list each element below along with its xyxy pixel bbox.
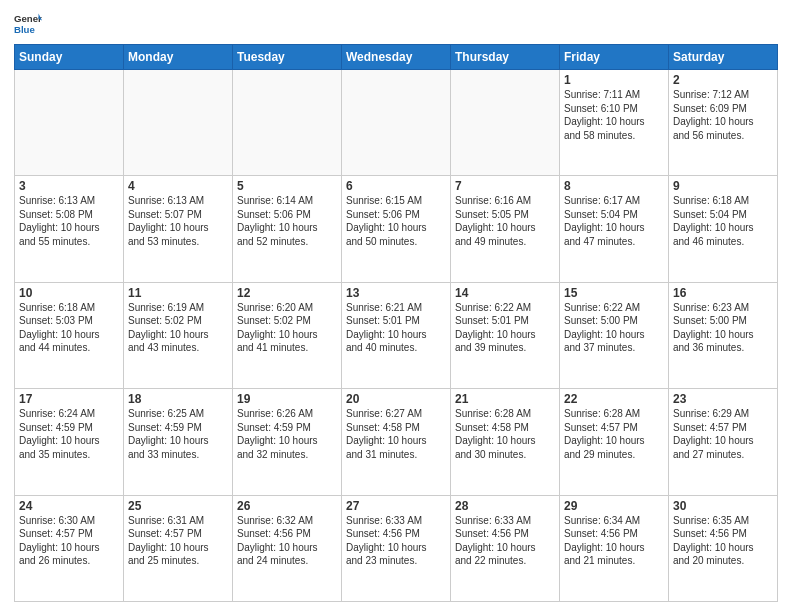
week-row-4: 17Sunrise: 6:24 AMSunset: 4:59 PMDayligh…: [15, 389, 778, 495]
day-number: 27: [346, 499, 446, 513]
day-info: Sunrise: 6:14 AMSunset: 5:06 PMDaylight:…: [237, 194, 337, 248]
day-info: Sunrise: 6:18 AMSunset: 5:03 PMDaylight:…: [19, 301, 119, 355]
day-number: 13: [346, 286, 446, 300]
day-info: Sunrise: 6:28 AMSunset: 4:58 PMDaylight:…: [455, 407, 555, 461]
calendar-cell: 20Sunrise: 6:27 AMSunset: 4:58 PMDayligh…: [342, 389, 451, 495]
calendar-cell: 3Sunrise: 6:13 AMSunset: 5:08 PMDaylight…: [15, 176, 124, 282]
day-number: 16: [673, 286, 773, 300]
day-number: 21: [455, 392, 555, 406]
day-number: 1: [564, 73, 664, 87]
day-number: 30: [673, 499, 773, 513]
logo-icon: General Blue: [14, 10, 42, 38]
day-number: 10: [19, 286, 119, 300]
calendar-cell: 15Sunrise: 6:22 AMSunset: 5:00 PMDayligh…: [560, 282, 669, 388]
calendar-cell: [15, 70, 124, 176]
calendar-cell: 16Sunrise: 6:23 AMSunset: 5:00 PMDayligh…: [669, 282, 778, 388]
day-info: Sunrise: 6:15 AMSunset: 5:06 PMDaylight:…: [346, 194, 446, 248]
day-info: Sunrise: 6:17 AMSunset: 5:04 PMDaylight:…: [564, 194, 664, 248]
calendar-cell: [233, 70, 342, 176]
calendar-table: SundayMondayTuesdayWednesdayThursdayFrid…: [14, 44, 778, 602]
calendar-cell: 11Sunrise: 6:19 AMSunset: 5:02 PMDayligh…: [124, 282, 233, 388]
day-number: 17: [19, 392, 119, 406]
day-number: 2: [673, 73, 773, 87]
day-number: 7: [455, 179, 555, 193]
day-number: 20: [346, 392, 446, 406]
calendar-cell: 25Sunrise: 6:31 AMSunset: 4:57 PMDayligh…: [124, 495, 233, 601]
week-row-5: 24Sunrise: 6:30 AMSunset: 4:57 PMDayligh…: [15, 495, 778, 601]
weekday-header-sunday: Sunday: [15, 45, 124, 70]
logo: General Blue: [14, 10, 42, 38]
calendar-cell: 7Sunrise: 6:16 AMSunset: 5:05 PMDaylight…: [451, 176, 560, 282]
weekday-header-wednesday: Wednesday: [342, 45, 451, 70]
day-info: Sunrise: 6:28 AMSunset: 4:57 PMDaylight:…: [564, 407, 664, 461]
calendar-cell: 9Sunrise: 6:18 AMSunset: 5:04 PMDaylight…: [669, 176, 778, 282]
day-info: Sunrise: 6:33 AMSunset: 4:56 PMDaylight:…: [455, 514, 555, 568]
weekday-header-saturday: Saturday: [669, 45, 778, 70]
day-info: Sunrise: 6:27 AMSunset: 4:58 PMDaylight:…: [346, 407, 446, 461]
day-number: 8: [564, 179, 664, 193]
calendar-cell: 17Sunrise: 6:24 AMSunset: 4:59 PMDayligh…: [15, 389, 124, 495]
day-info: Sunrise: 6:35 AMSunset: 4:56 PMDaylight:…: [673, 514, 773, 568]
calendar-cell: 30Sunrise: 6:35 AMSunset: 4:56 PMDayligh…: [669, 495, 778, 601]
svg-text:Blue: Blue: [14, 24, 35, 35]
calendar-cell: 24Sunrise: 6:30 AMSunset: 4:57 PMDayligh…: [15, 495, 124, 601]
day-info: Sunrise: 6:13 AMSunset: 5:07 PMDaylight:…: [128, 194, 228, 248]
day-info: Sunrise: 6:22 AMSunset: 5:00 PMDaylight:…: [564, 301, 664, 355]
calendar-cell: 22Sunrise: 6:28 AMSunset: 4:57 PMDayligh…: [560, 389, 669, 495]
day-number: 24: [19, 499, 119, 513]
week-row-1: 1Sunrise: 7:11 AMSunset: 6:10 PMDaylight…: [15, 70, 778, 176]
header: General Blue: [14, 10, 778, 38]
calendar-cell: 13Sunrise: 6:21 AMSunset: 5:01 PMDayligh…: [342, 282, 451, 388]
day-number: 29: [564, 499, 664, 513]
day-info: Sunrise: 6:24 AMSunset: 4:59 PMDaylight:…: [19, 407, 119, 461]
day-number: 14: [455, 286, 555, 300]
calendar-cell: [342, 70, 451, 176]
day-info: Sunrise: 6:19 AMSunset: 5:02 PMDaylight:…: [128, 301, 228, 355]
day-number: 28: [455, 499, 555, 513]
day-info: Sunrise: 6:21 AMSunset: 5:01 PMDaylight:…: [346, 301, 446, 355]
calendar-cell: 4Sunrise: 6:13 AMSunset: 5:07 PMDaylight…: [124, 176, 233, 282]
calendar-cell: 29Sunrise: 6:34 AMSunset: 4:56 PMDayligh…: [560, 495, 669, 601]
day-info: Sunrise: 6:22 AMSunset: 5:01 PMDaylight:…: [455, 301, 555, 355]
calendar-cell: 10Sunrise: 6:18 AMSunset: 5:03 PMDayligh…: [15, 282, 124, 388]
day-info: Sunrise: 6:20 AMSunset: 5:02 PMDaylight:…: [237, 301, 337, 355]
week-row-3: 10Sunrise: 6:18 AMSunset: 5:03 PMDayligh…: [15, 282, 778, 388]
weekday-header-friday: Friday: [560, 45, 669, 70]
calendar-cell: 1Sunrise: 7:11 AMSunset: 6:10 PMDaylight…: [560, 70, 669, 176]
calendar-cell: [451, 70, 560, 176]
day-number: 19: [237, 392, 337, 406]
page: General Blue SundayMondayTuesdayWednesda…: [0, 0, 792, 612]
day-number: 4: [128, 179, 228, 193]
week-row-2: 3Sunrise: 6:13 AMSunset: 5:08 PMDaylight…: [15, 176, 778, 282]
day-number: 26: [237, 499, 337, 513]
calendar-cell: 21Sunrise: 6:28 AMSunset: 4:58 PMDayligh…: [451, 389, 560, 495]
day-number: 3: [19, 179, 119, 193]
day-info: Sunrise: 6:25 AMSunset: 4:59 PMDaylight:…: [128, 407, 228, 461]
day-info: Sunrise: 6:33 AMSunset: 4:56 PMDaylight:…: [346, 514, 446, 568]
day-info: Sunrise: 6:29 AMSunset: 4:57 PMDaylight:…: [673, 407, 773, 461]
weekday-header-thursday: Thursday: [451, 45, 560, 70]
day-info: Sunrise: 6:32 AMSunset: 4:56 PMDaylight:…: [237, 514, 337, 568]
calendar-cell: 8Sunrise: 6:17 AMSunset: 5:04 PMDaylight…: [560, 176, 669, 282]
calendar-cell: 26Sunrise: 6:32 AMSunset: 4:56 PMDayligh…: [233, 495, 342, 601]
day-info: Sunrise: 6:13 AMSunset: 5:08 PMDaylight:…: [19, 194, 119, 248]
weekday-header-tuesday: Tuesday: [233, 45, 342, 70]
calendar-cell: 6Sunrise: 6:15 AMSunset: 5:06 PMDaylight…: [342, 176, 451, 282]
svg-text:General: General: [14, 13, 42, 24]
day-info: Sunrise: 6:23 AMSunset: 5:00 PMDaylight:…: [673, 301, 773, 355]
day-number: 6: [346, 179, 446, 193]
day-number: 12: [237, 286, 337, 300]
day-info: Sunrise: 6:18 AMSunset: 5:04 PMDaylight:…: [673, 194, 773, 248]
day-number: 11: [128, 286, 228, 300]
calendar-cell: 12Sunrise: 6:20 AMSunset: 5:02 PMDayligh…: [233, 282, 342, 388]
day-info: Sunrise: 6:30 AMSunset: 4:57 PMDaylight:…: [19, 514, 119, 568]
day-info: Sunrise: 7:11 AMSunset: 6:10 PMDaylight:…: [564, 88, 664, 142]
calendar-cell: 5Sunrise: 6:14 AMSunset: 5:06 PMDaylight…: [233, 176, 342, 282]
day-number: 22: [564, 392, 664, 406]
calendar-cell: 28Sunrise: 6:33 AMSunset: 4:56 PMDayligh…: [451, 495, 560, 601]
day-info: Sunrise: 6:26 AMSunset: 4:59 PMDaylight:…: [237, 407, 337, 461]
day-info: Sunrise: 6:34 AMSunset: 4:56 PMDaylight:…: [564, 514, 664, 568]
day-info: Sunrise: 6:16 AMSunset: 5:05 PMDaylight:…: [455, 194, 555, 248]
day-number: 5: [237, 179, 337, 193]
weekday-header-monday: Monday: [124, 45, 233, 70]
